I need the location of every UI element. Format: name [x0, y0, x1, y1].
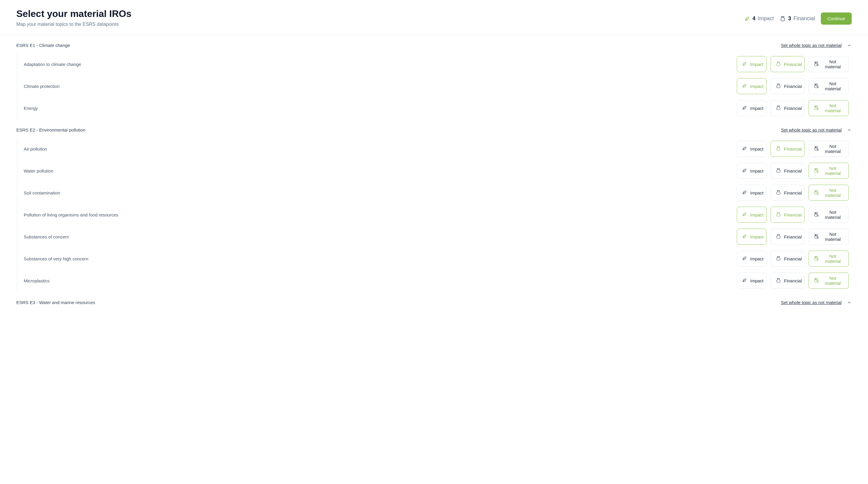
- impact-button[interactable]: Impact: [737, 185, 767, 201]
- financial-button[interactable]: Financial: [771, 273, 804, 289]
- not-material-button-label: Not material: [822, 81, 844, 91]
- impact-button[interactable]: Impact: [737, 78, 767, 94]
- impact-button-label: Impact: [750, 190, 764, 195]
- leaf-icon: [742, 146, 747, 152]
- financial-button[interactable]: Financial: [771, 141, 804, 157]
- impact-button-label: Impact: [750, 212, 764, 217]
- page-subtitle: Map your material topics to the ESRS dat…: [16, 22, 131, 27]
- moneybag-slash-icon: [814, 83, 819, 89]
- subtopic-row: Adaptation to climate changeImpactFinanc…: [17, 53, 852, 75]
- moneybag-icon: [776, 105, 781, 111]
- moneybag-icon: [776, 234, 781, 240]
- topic-title: ESRS E2 - Environmental pollution: [16, 127, 86, 132]
- subtopic-label: Climate protection: [24, 84, 60, 89]
- moneybag-icon: [776, 61, 781, 67]
- topic-header-right: Set whole topic as not material: [781, 43, 852, 48]
- impact-button-label: Impact: [750, 84, 764, 89]
- subtopic-row: Substances of concernImpactFinancialNot …: [17, 226, 852, 248]
- subtopic-group: Air pollutionImpactFinancialNot material…: [17, 138, 852, 292]
- not-material-button[interactable]: Not material: [809, 207, 849, 223]
- not-material-button[interactable]: Not material: [809, 251, 849, 267]
- subtopic-label: Air pollution: [24, 146, 47, 151]
- impact-button[interactable]: Impact: [737, 207, 767, 223]
- chevron-up-icon[interactable]: [847, 300, 852, 305]
- moneybag-slash-icon: [814, 105, 819, 111]
- not-material-button-label: Not material: [822, 166, 844, 176]
- financial-button-label: Financial: [784, 106, 802, 111]
- financial-button-label: Financial: [784, 234, 802, 239]
- financial-button[interactable]: Financial: [771, 229, 804, 245]
- moneybag-icon: [776, 83, 781, 89]
- materiality-button-group: ImpactFinancialNot material: [737, 100, 852, 116]
- financial-button-label: Financial: [784, 256, 802, 261]
- materiality-button-group: ImpactFinancialNot material: [737, 229, 852, 245]
- set-whole-topic-not-material-link[interactable]: Set whole topic as not material: [781, 43, 842, 48]
- page-header: Select your material IROs Map your mater…: [0, 0, 868, 34]
- subtopic-label: Soil contamination: [24, 190, 60, 195]
- subtopic-row: Pollution of living organisms and food r…: [17, 204, 852, 226]
- leaf-icon: [742, 234, 747, 240]
- leaf-icon: [742, 168, 747, 174]
- impact-button[interactable]: Impact: [737, 273, 767, 289]
- moneybag-slash-icon: [814, 278, 819, 284]
- financial-count: 3: [788, 16, 791, 22]
- header-left: Select your material IROs Map your mater…: [16, 8, 131, 27]
- not-material-button-label: Not material: [822, 144, 844, 154]
- subtopic-row: EnergyImpactFinancialNot material: [17, 97, 852, 119]
- subtopic-row: Substances of very high concernImpactFin…: [17, 248, 852, 270]
- leaf-icon: [744, 16, 750, 22]
- financial-button[interactable]: Financial: [771, 251, 804, 267]
- not-material-button-label: Not material: [822, 253, 844, 264]
- impact-button[interactable]: Impact: [737, 56, 767, 72]
- page-title: Select your material IROs: [16, 8, 131, 19]
- summary-financial: 3 Financial: [780, 16, 815, 22]
- not-material-button[interactable]: Not material: [809, 78, 849, 94]
- subtopic-row: Soil contaminationImpactFinancialNot mat…: [17, 182, 852, 204]
- not-material-button[interactable]: Not material: [809, 273, 849, 289]
- set-whole-topic-not-material-link[interactable]: Set whole topic as not material: [781, 127, 842, 132]
- financial-button[interactable]: Financial: [771, 207, 804, 223]
- not-material-button-label: Not material: [822, 210, 844, 220]
- materiality-button-group: ImpactFinancialNot material: [737, 273, 852, 289]
- impact-button[interactable]: Impact: [737, 163, 767, 179]
- financial-button[interactable]: Financial: [771, 78, 804, 94]
- not-material-button[interactable]: Not material: [809, 100, 849, 116]
- set-whole-topic-not-material-link[interactable]: Set whole topic as not material: [781, 300, 842, 305]
- not-material-button-label: Not material: [822, 232, 844, 242]
- chevron-up-icon[interactable]: [847, 43, 852, 48]
- impact-button[interactable]: Impact: [737, 229, 767, 245]
- leaf-icon: [742, 105, 747, 111]
- materiality-button-group: ImpactFinancialNot material: [737, 56, 852, 72]
- subtopic-row: Water pollutionImpactFinancialNot materi…: [17, 160, 852, 182]
- financial-button-label: Financial: [784, 278, 802, 283]
- not-material-button[interactable]: Not material: [809, 141, 849, 157]
- materiality-button-group: ImpactFinancialNot material: [737, 251, 852, 267]
- financial-button[interactable]: Financial: [771, 56, 804, 72]
- impact-button[interactable]: Impact: [737, 251, 767, 267]
- subtopic-row: Air pollutionImpactFinancialNot material: [17, 138, 852, 160]
- impact-button-label: Impact: [750, 169, 764, 173]
- impact-button[interactable]: Impact: [737, 100, 767, 116]
- impact-button-label: Impact: [750, 106, 764, 111]
- chevron-up-icon[interactable]: [847, 128, 852, 132]
- materiality-button-group: ImpactFinancialNot material: [737, 163, 852, 179]
- topics-container: ESRS E1 - Climate changeSet whole topic …: [0, 34, 868, 310]
- continue-button[interactable]: Continue: [821, 12, 852, 25]
- not-material-button[interactable]: Not material: [809, 229, 849, 245]
- moneybag-slash-icon: [814, 168, 819, 174]
- moneybag-slash-icon: [814, 256, 819, 262]
- financial-button[interactable]: Financial: [771, 100, 804, 116]
- summary-impact: 4 Impact: [744, 16, 774, 22]
- not-material-button[interactable]: Not material: [809, 163, 849, 179]
- not-material-button[interactable]: Not material: [809, 185, 849, 201]
- impact-button-label: Impact: [750, 256, 764, 261]
- impact-button[interactable]: Impact: [737, 141, 767, 157]
- subtopic-label: Substances of concern: [24, 234, 69, 239]
- subtopic-row: Climate protectionImpactFinancialNot mat…: [17, 75, 852, 97]
- not-material-button[interactable]: Not material: [809, 56, 849, 72]
- impact-button-label: Impact: [750, 234, 764, 239]
- financial-button[interactable]: Financial: [771, 163, 804, 179]
- leaf-icon: [742, 256, 747, 262]
- subtopic-label: Microplastics: [24, 278, 50, 283]
- financial-button[interactable]: Financial: [771, 185, 804, 201]
